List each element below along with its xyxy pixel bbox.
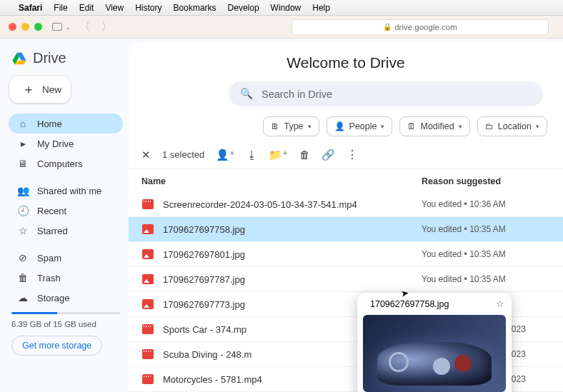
menu-develop[interactable]: Develop [228,3,259,13]
sidebar-item-mydrive[interactable]: ▸My Drive [9,134,123,154]
storage-text: 6.39 GB of 15 GB used [9,318,123,336]
sidebar-item-recent[interactable]: 🕘Recent [9,201,123,221]
menu-help[interactable]: Help [312,3,330,13]
window-controls [9,23,42,31]
storage-meter [11,312,120,314]
file-name: Screenrecorder-2024-03-05-10-34-37-541.m… [163,199,422,210]
move-button[interactable]: 📁⁺ [269,149,288,161]
filter-chips: 🗎Type▾ 👤People▾ 🗓Modified▾ 🗀Location▾ [129,116,563,145]
file-row[interactable]: Screenrecorder-2024-03-05-10-34-37-541.m… [129,192,563,217]
sidebar-item-trash[interactable]: 🗑Trash [9,268,123,288]
file-row[interactable]: 1709627697787.jpgYou edited • 10:35 AM [129,267,563,292]
menu-view[interactable]: View [105,3,124,13]
file-row[interactable]: 1709627697801.jpgYou edited • 10:35 AM [129,242,563,267]
back-button[interactable]: 〈 [76,20,93,34]
drive-logo-icon [11,51,27,66]
drive-logo-text: Drive [33,50,66,66]
forward-button[interactable]: 〉 [99,20,115,34]
person-icon: 👤 [334,121,345,131]
maximize-window-button[interactable] [34,23,42,31]
cloud-icon: ☁ [17,292,29,303]
filter-modified[interactable]: 🗓Modified▾ [399,116,469,136]
more-menu-button[interactable]: ⋮ [347,148,358,161]
sidebar-toggle[interactable]: ⌄ [52,23,71,31]
preview-thumbnail[interactable] [363,315,506,392]
delete-button[interactable]: 🗑 [299,149,310,161]
chevron-down-icon: ▾ [536,123,539,130]
file-reason: You edited • 10:36 AM [422,199,550,209]
mydrive-icon: ▸ [17,138,29,149]
col-reason[interactable]: Reason suggested [422,176,550,186]
page-title: Welcome to Drive [129,43,563,81]
download-button[interactable]: ⭳ [246,149,257,161]
video-icon [141,373,154,386]
lock-icon: 🔒 [383,23,392,31]
file-reason: You edited • 10:35 AM [422,224,550,234]
shared-icon: 👥 [17,185,29,196]
drive-logo[interactable]: Drive [9,47,123,75]
menu-history[interactable]: History [135,3,161,13]
chevron-down-icon: ▾ [459,123,462,130]
link-button[interactable]: 🔗 [322,149,335,161]
menu-window[interactable]: Window [271,3,302,13]
image-icon [141,298,154,311]
search-placeholder: Search in Drive [261,89,332,100]
macos-menubar: Safari File Edit View History Bookmarks … [0,0,563,16]
browser-toolbar: ⌄ 〈 〉 🔒 drive.google.com [0,16,563,39]
filter-location[interactable]: 🗀Location▾ [477,116,547,136]
trash-icon: 🗑 [17,272,29,283]
video-icon [141,323,154,336]
list-header: Name Reason suggested [129,169,563,192]
chevron-down-icon: ▾ [381,123,384,130]
address-bar[interactable]: 🔒 drive.google.com [292,19,549,35]
file-reason: You edited • 10:35 AM [422,274,550,284]
filter-type[interactable]: 🗎Type▾ [263,116,319,136]
share-button[interactable]: 👤⁺ [216,149,235,161]
new-button[interactable]: ＋ New [9,75,71,104]
star-icon: ☆ [17,225,29,236]
image-icon [141,223,154,236]
selection-count: 1 selected [162,149,204,160]
calendar-icon: 🗓 [407,121,416,131]
image-icon [141,248,154,261]
sidebar-item-home[interactable]: ⌂Home [9,114,123,134]
url-text: drive.google.com [394,23,457,31]
search-icon: 🔍 [240,88,253,100]
file-reason: You edited • 10:35 AM [422,249,550,259]
computers-icon: 🖥 [17,158,29,169]
file-name: 1709627697801.jpg [163,249,422,260]
new-label: New [42,84,61,95]
cursor-icon: ➤ [400,287,409,299]
menu-bookmarks[interactable]: Bookmarks [174,3,216,13]
sidebar-item-starred[interactable]: ☆Starred [9,221,123,241]
chevron-down-icon: ▾ [308,123,312,130]
video-icon [141,198,154,211]
sidebar-item-computers[interactable]: 🖥Computers [9,154,123,174]
get-more-storage-button[interactable]: Get more storage [11,336,102,356]
file-name: 1709627697787.jpg [163,274,422,285]
sidebar-item-storage[interactable]: ☁Storage [9,288,123,308]
menubar-app[interactable]: Safari [19,3,42,13]
sidebar-item-spam[interactable]: ⊘Spam [9,248,123,268]
home-icon: ⌂ [17,118,29,129]
file-name: 1709627697758.jpg [163,224,422,235]
file-icon: 🗎 [271,121,279,131]
sidebar-item-shared[interactable]: 👥Shared with me [9,181,123,201]
sidebar: Drive ＋ New ⌂Home ▸My Drive 🖥Computers 👥… [0,39,129,392]
recent-icon: 🕘 [17,205,29,216]
star-button[interactable]: ☆ [496,298,504,309]
filter-people[interactable]: 👤People▾ [327,116,393,136]
folder-icon: 🗀 [485,121,494,131]
search-input[interactable]: 🔍 Search in Drive [229,81,543,106]
selection-toolbar: ✕ 1 selected 👤⁺ ⭳ 📁⁺ 🗑 🔗 ⋮ [129,145,563,169]
menu-file[interactable]: File [54,3,67,13]
menu-edit[interactable]: Edit [79,3,94,13]
col-name[interactable]: Name [141,176,422,186]
file-row[interactable]: 1709627697758.jpgYou edited • 10:35 AM [129,217,563,242]
video-icon [141,348,154,361]
plus-icon: ＋ [22,83,35,96]
clear-selection-button[interactable]: ✕ [141,149,151,161]
close-window-button[interactable] [9,23,16,31]
minimize-window-button[interactable] [21,23,29,31]
spam-icon: ⊘ [17,252,29,263]
